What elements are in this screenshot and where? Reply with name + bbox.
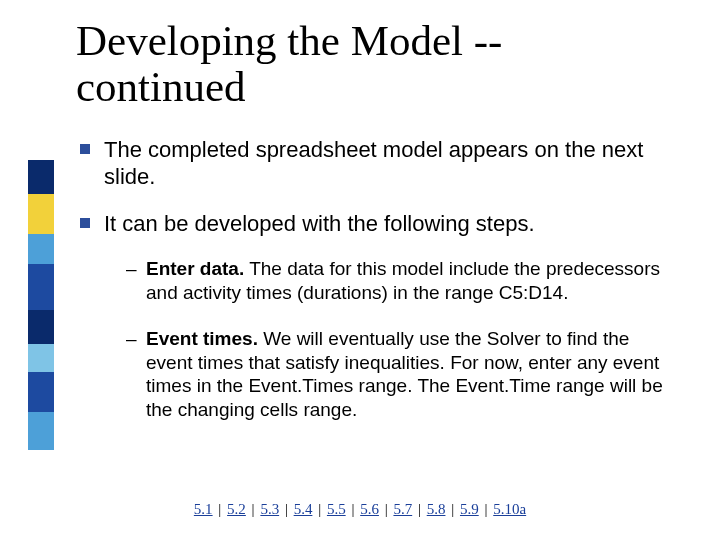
side-decoration <box>28 160 54 450</box>
nav-separator: | <box>381 501 392 517</box>
sub-bullet-lead: Event times. <box>146 328 258 349</box>
nav-link[interactable]: 5.3 <box>260 501 279 517</box>
deco-block <box>28 194 54 234</box>
nav-separator: | <box>348 501 359 517</box>
deco-block <box>28 372 54 412</box>
deco-block <box>28 234 54 264</box>
nav-link[interactable]: 5.10a <box>493 501 526 517</box>
nav-link[interactable]: 5.8 <box>427 501 446 517</box>
deco-block <box>28 160 54 194</box>
deco-block <box>28 310 54 344</box>
nav-link[interactable]: 5.7 <box>393 501 412 517</box>
square-bullet-icon <box>80 144 90 154</box>
nav-link[interactable]: 5.9 <box>460 501 479 517</box>
nav-separator: | <box>414 501 425 517</box>
sub-bullet-text: Enter data. The data for this model incl… <box>146 257 680 305</box>
nav-separator: | <box>215 501 226 517</box>
nav-link[interactable]: 5.4 <box>294 501 313 517</box>
bullet-text: It can be developed with the following s… <box>104 211 535 238</box>
nav-separator: | <box>447 501 458 517</box>
deco-block <box>28 344 54 372</box>
slide-content: Developing the Model -- continued The co… <box>76 18 680 444</box>
slide: Developing the Model -- continued The co… <box>0 0 720 540</box>
nav-separator: | <box>314 501 325 517</box>
nav-separator: | <box>281 501 292 517</box>
dash-bullet-icon: – <box>126 327 138 351</box>
sub-bullet-item: – Event times. We will eventually use th… <box>126 327 680 422</box>
nav-link[interactable]: 5.1 <box>194 501 213 517</box>
deco-block <box>28 264 54 310</box>
footer-nav: 5.1 | 5.2 | 5.3 | 5.4 | 5.5 | 5.6 | 5.7 … <box>0 501 720 518</box>
square-bullet-icon <box>80 218 90 228</box>
sub-bullet-text: Event times. We will eventually use the … <box>146 327 680 422</box>
nav-separator: | <box>248 501 259 517</box>
deco-block <box>28 412 54 450</box>
nav-link[interactable]: 5.6 <box>360 501 379 517</box>
bullet-text: The completed spreadsheet model appears … <box>104 137 680 191</box>
sub-bullet-lead: Enter data. <box>146 258 244 279</box>
bullet-item: It can be developed with the following s… <box>76 211 680 238</box>
sub-bullet-item: – Enter data. The data for this model in… <box>126 257 680 305</box>
bullet-item: The completed spreadsheet model appears … <box>76 137 680 191</box>
nav-link[interactable]: 5.2 <box>227 501 246 517</box>
slide-title: Developing the Model -- continued <box>76 18 680 111</box>
dash-bullet-icon: – <box>126 257 138 281</box>
sub-bullet-list: – Enter data. The data for this model in… <box>126 257 680 422</box>
nav-link[interactable]: 5.5 <box>327 501 346 517</box>
nav-separator: | <box>481 501 492 517</box>
